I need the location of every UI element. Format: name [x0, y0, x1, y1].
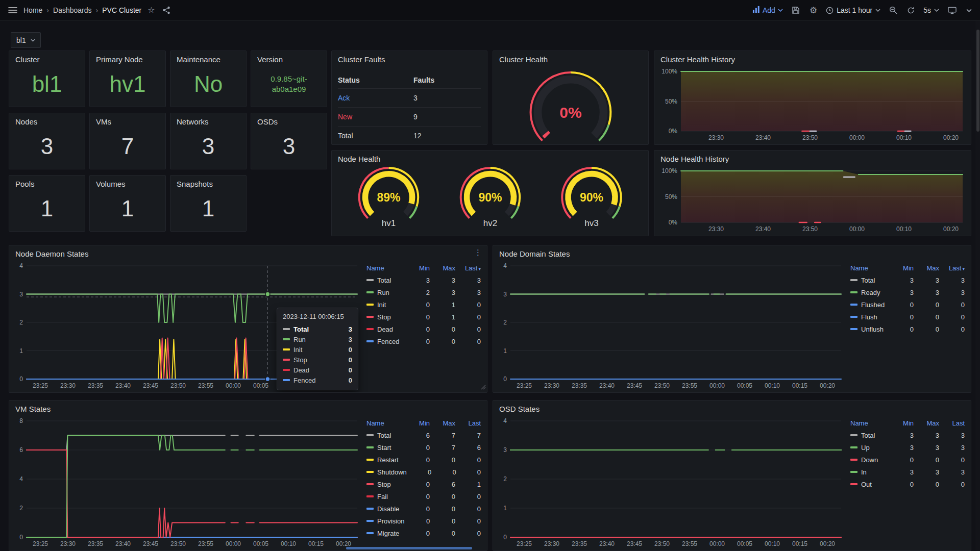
- legend-row[interactable]: Total677: [366, 429, 481, 441]
- refresh-interval-picker[interactable]: 5s: [923, 6, 939, 14]
- legend-row[interactable]: In333: [850, 466, 965, 478]
- legend-row[interactable]: Stop010: [366, 311, 481, 323]
- time-series-plot[interactable]: 0246823:2523:3023:3523:4023:4523:5023:55…: [12, 417, 361, 548]
- series-name[interactable]: Migrate: [377, 530, 399, 537]
- panel-title[interactable]: Node Daemon States: [9, 245, 487, 258]
- legend-row[interactable]: Total333: [850, 429, 965, 441]
- legend-row[interactable]: Ready333: [850, 286, 965, 298]
- series-name[interactable]: Dead: [377, 325, 393, 333]
- series-name[interactable]: Total: [377, 277, 391, 284]
- series-name[interactable]: Restart: [377, 456, 399, 464]
- fault-status-ack[interactable]: Ack: [338, 94, 413, 102]
- panel-title[interactable]: Cluster: [9, 51, 85, 64]
- panel-title[interactable]: Maintenance: [170, 51, 246, 64]
- time-series-plot[interactable]: 0%50%100%23:3023:4023:5000:0000:1000:20: [658, 167, 967, 234]
- series-name[interactable]: Flush: [861, 313, 877, 321]
- series-name[interactable]: Unflush: [861, 325, 884, 333]
- panel-title[interactable]: OSD States: [493, 400, 971, 413]
- series-name[interactable]: Up: [861, 444, 870, 452]
- legend-column-last[interactable]: Last▾: [455, 264, 481, 272]
- legend-row[interactable]: Out000: [850, 478, 965, 490]
- series-name[interactable]: Disable: [377, 505, 399, 513]
- legend-row[interactable]: Total333: [366, 274, 481, 286]
- legend-scrollbar[interactable]: [346, 547, 472, 549]
- save-dashboard-icon[interactable]: [791, 5, 801, 15]
- add-button[interactable]: Add: [752, 6, 783, 15]
- legend-row[interactable]: Unflush000: [850, 323, 965, 335]
- legend-row[interactable]: Start076: [366, 441, 481, 454]
- panel-title[interactable]: VMs: [90, 113, 165, 126]
- legend-column-last[interactable]: Last: [455, 419, 481, 427]
- series-name[interactable]: Run: [377, 289, 389, 296]
- legend-column-min[interactable]: Min: [404, 419, 430, 427]
- legend-row[interactable]: Flushed000: [850, 298, 965, 311]
- legend-column-min[interactable]: Min: [888, 419, 914, 427]
- scrollbar-thumb[interactable]: [976, 30, 979, 132]
- chevron-down-icon[interactable]: [965, 8, 973, 13]
- series-name[interactable]: Stop: [377, 313, 391, 321]
- panel-title[interactable]: Cluster Faults: [332, 51, 487, 64]
- panel-title[interactable]: Node Health: [332, 151, 648, 163]
- legend-row[interactable]: Shutdown000: [366, 466, 481, 478]
- series-name[interactable]: Fenced: [377, 338, 399, 345]
- panel-title[interactable]: Cluster Health History: [654, 51, 971, 64]
- panel-title[interactable]: Node Domain States: [493, 245, 971, 258]
- time-range-picker[interactable]: Last 1 hour: [826, 6, 880, 14]
- monitor-icon[interactable]: [947, 6, 958, 15]
- series-name[interactable]: Init: [377, 301, 386, 309]
- series-name[interactable]: Down: [861, 456, 878, 464]
- series-name[interactable]: Start: [377, 444, 391, 452]
- legend-row[interactable]: Init010: [366, 298, 481, 311]
- legend-row[interactable]: Provision000: [366, 515, 481, 527]
- series-name[interactable]: Ready: [861, 289, 880, 296]
- legend-column-max[interactable]: Max: [914, 264, 939, 272]
- refresh-icon[interactable]: [906, 6, 916, 15]
- time-series-plot[interactable]: 0123423:2523:3023:3523:4023:4523:5023:55…: [496, 262, 845, 390]
- series-name[interactable]: Total: [861, 277, 875, 284]
- series-name[interactable]: Stop: [377, 481, 391, 488]
- breadcrumb-home[interactable]: Home: [23, 6, 42, 14]
- zoom-out-icon[interactable]: [888, 5, 898, 15]
- legend-column-name[interactable]: Name: [366, 264, 404, 272]
- legend-column-name[interactable]: Name: [850, 264, 888, 272]
- legend-row[interactable]: Disable000: [366, 503, 481, 515]
- time-series-plot[interactable]: 0%50%100%23:3023:4023:5000:0000:1000:20: [658, 67, 967, 142]
- legend-row[interactable]: Fenced000: [366, 335, 481, 347]
- series-name[interactable]: Fail: [377, 493, 388, 500]
- series-name[interactable]: Shutdown: [377, 468, 407, 476]
- legend-row[interactable]: Up333: [850, 441, 965, 454]
- legend-column-min[interactable]: Min: [404, 264, 430, 272]
- panel-title[interactable]: Primary Node: [90, 51, 165, 64]
- series-name[interactable]: In: [861, 468, 867, 476]
- legend-row[interactable]: Flush000: [850, 311, 965, 323]
- legend-row[interactable]: Run233: [366, 286, 481, 298]
- series-name[interactable]: Provision: [377, 517, 404, 525]
- panel-resize-handle[interactable]: [481, 383, 486, 391]
- panel-title[interactable]: OSDs: [251, 113, 327, 126]
- legend-row[interactable]: Fail000: [366, 490, 481, 503]
- legend-column-name[interactable]: Name: [366, 419, 404, 427]
- legend-row[interactable]: Dead000: [366, 323, 481, 335]
- series-name[interactable]: Flushed: [861, 301, 885, 309]
- panel-title[interactable]: Cluster Health: [493, 51, 648, 64]
- legend-row[interactable]: Total333: [850, 274, 965, 286]
- legend-column-last[interactable]: Last▾: [939, 264, 965, 272]
- series-name[interactable]: Out: [861, 481, 872, 488]
- legend-row[interactable]: Down000: [850, 454, 965, 466]
- panel-title[interactable]: Node Health History: [654, 151, 971, 163]
- legend-column-max[interactable]: Max: [914, 419, 939, 427]
- legend-row[interactable]: Stop061: [366, 478, 481, 490]
- panel-title[interactable]: Volumes: [90, 176, 165, 188]
- panel-title[interactable]: Version: [251, 51, 327, 64]
- menu-toggle-icon[interactable]: [7, 6, 18, 15]
- panel-title[interactable]: VM States: [9, 400, 487, 413]
- legend-column-last[interactable]: Last: [939, 419, 965, 427]
- page-scrollbar[interactable]: [975, 21, 980, 551]
- dashboard-settings-gear-icon[interactable]: ⚙: [808, 5, 818, 16]
- series-name[interactable]: Total: [377, 432, 391, 439]
- breadcrumb-dashboards[interactable]: Dashboards: [53, 6, 92, 14]
- panel-title[interactable]: Pools: [9, 176, 85, 188]
- legend-column-min[interactable]: Min: [888, 264, 914, 272]
- panel-title[interactable]: Nodes: [9, 113, 85, 126]
- panel-title[interactable]: Networks: [170, 113, 246, 126]
